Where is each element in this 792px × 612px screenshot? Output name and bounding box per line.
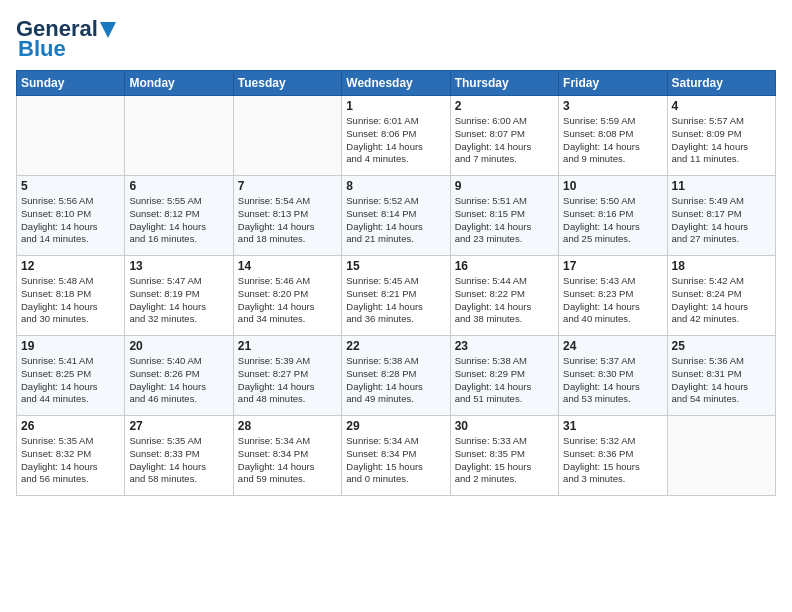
- day-info: Sunrise: 5:34 AM Sunset: 8:34 PM Dayligh…: [346, 435, 445, 486]
- day-info: Sunrise: 5:44 AM Sunset: 8:22 PM Dayligh…: [455, 275, 554, 326]
- calendar-cell: [17, 96, 125, 176]
- day-info: Sunrise: 5:45 AM Sunset: 8:21 PM Dayligh…: [346, 275, 445, 326]
- day-number: 29: [346, 419, 445, 433]
- day-info: Sunrise: 5:36 AM Sunset: 8:31 PM Dayligh…: [672, 355, 771, 406]
- calendar-cell: 15Sunrise: 5:45 AM Sunset: 8:21 PM Dayli…: [342, 256, 450, 336]
- calendar-cell: 23Sunrise: 5:38 AM Sunset: 8:29 PM Dayli…: [450, 336, 558, 416]
- calendar-cell: 12Sunrise: 5:48 AM Sunset: 8:18 PM Dayli…: [17, 256, 125, 336]
- calendar-table: SundayMondayTuesdayWednesdayThursdayFrid…: [16, 70, 776, 496]
- weekday-header-row: SundayMondayTuesdayWednesdayThursdayFrid…: [17, 71, 776, 96]
- day-info: Sunrise: 5:49 AM Sunset: 8:17 PM Dayligh…: [672, 195, 771, 246]
- day-number: 4: [672, 99, 771, 113]
- calendar-cell: 31Sunrise: 5:32 AM Sunset: 8:36 PM Dayli…: [559, 416, 667, 496]
- calendar-cell: 19Sunrise: 5:41 AM Sunset: 8:25 PM Dayli…: [17, 336, 125, 416]
- calendar-cell: 20Sunrise: 5:40 AM Sunset: 8:26 PM Dayli…: [125, 336, 233, 416]
- calendar-cell: 14Sunrise: 5:46 AM Sunset: 8:20 PM Dayli…: [233, 256, 341, 336]
- day-info: Sunrise: 5:54 AM Sunset: 8:13 PM Dayligh…: [238, 195, 337, 246]
- calendar-cell: 29Sunrise: 5:34 AM Sunset: 8:34 PM Dayli…: [342, 416, 450, 496]
- day-number: 6: [129, 179, 228, 193]
- calendar-cell: 17Sunrise: 5:43 AM Sunset: 8:23 PM Dayli…: [559, 256, 667, 336]
- day-info: Sunrise: 5:39 AM Sunset: 8:27 PM Dayligh…: [238, 355, 337, 406]
- day-number: 13: [129, 259, 228, 273]
- calendar-cell: 21Sunrise: 5:39 AM Sunset: 8:27 PM Dayli…: [233, 336, 341, 416]
- page-header: General Blue: [16, 16, 776, 62]
- calendar-cell: 27Sunrise: 5:35 AM Sunset: 8:33 PM Dayli…: [125, 416, 233, 496]
- day-number: 30: [455, 419, 554, 433]
- calendar-cell: 7Sunrise: 5:54 AM Sunset: 8:13 PM Daylig…: [233, 176, 341, 256]
- day-info: Sunrise: 6:00 AM Sunset: 8:07 PM Dayligh…: [455, 115, 554, 166]
- day-number: 23: [455, 339, 554, 353]
- calendar-cell: 11Sunrise: 5:49 AM Sunset: 8:17 PM Dayli…: [667, 176, 775, 256]
- day-number: 22: [346, 339, 445, 353]
- calendar-cell: 9Sunrise: 5:51 AM Sunset: 8:15 PM Daylig…: [450, 176, 558, 256]
- day-number: 3: [563, 99, 662, 113]
- logo: General Blue: [16, 16, 118, 62]
- day-number: 9: [455, 179, 554, 193]
- calendar-cell: 5Sunrise: 5:56 AM Sunset: 8:10 PM Daylig…: [17, 176, 125, 256]
- day-info: Sunrise: 5:37 AM Sunset: 8:30 PM Dayligh…: [563, 355, 662, 406]
- calendar-cell: 18Sunrise: 5:42 AM Sunset: 8:24 PM Dayli…: [667, 256, 775, 336]
- calendar-cell: 24Sunrise: 5:37 AM Sunset: 8:30 PM Dayli…: [559, 336, 667, 416]
- weekday-header-monday: Monday: [125, 71, 233, 96]
- logo-blue: Blue: [18, 36, 66, 62]
- calendar-cell: 1Sunrise: 6:01 AM Sunset: 8:06 PM Daylig…: [342, 96, 450, 176]
- calendar-cell: 13Sunrise: 5:47 AM Sunset: 8:19 PM Dayli…: [125, 256, 233, 336]
- day-info: Sunrise: 5:32 AM Sunset: 8:36 PM Dayligh…: [563, 435, 662, 486]
- day-info: Sunrise: 5:38 AM Sunset: 8:29 PM Dayligh…: [455, 355, 554, 406]
- day-number: 7: [238, 179, 337, 193]
- svg-marker-0: [100, 22, 116, 38]
- day-info: Sunrise: 5:42 AM Sunset: 8:24 PM Dayligh…: [672, 275, 771, 326]
- calendar-cell: 4Sunrise: 5:57 AM Sunset: 8:09 PM Daylig…: [667, 96, 775, 176]
- weekday-header-thursday: Thursday: [450, 71, 558, 96]
- day-number: 15: [346, 259, 445, 273]
- day-info: Sunrise: 5:57 AM Sunset: 8:09 PM Dayligh…: [672, 115, 771, 166]
- day-number: 14: [238, 259, 337, 273]
- calendar-cell: 28Sunrise: 5:34 AM Sunset: 8:34 PM Dayli…: [233, 416, 341, 496]
- day-number: 1: [346, 99, 445, 113]
- calendar-cell: [125, 96, 233, 176]
- day-number: 20: [129, 339, 228, 353]
- calendar-cell: 10Sunrise: 5:50 AM Sunset: 8:16 PM Dayli…: [559, 176, 667, 256]
- weekday-header-tuesday: Tuesday: [233, 71, 341, 96]
- calendar-cell: 30Sunrise: 5:33 AM Sunset: 8:35 PM Dayli…: [450, 416, 558, 496]
- day-info: Sunrise: 5:40 AM Sunset: 8:26 PM Dayligh…: [129, 355, 228, 406]
- day-number: 18: [672, 259, 771, 273]
- day-info: Sunrise: 5:51 AM Sunset: 8:15 PM Dayligh…: [455, 195, 554, 246]
- calendar-week-row: 26Sunrise: 5:35 AM Sunset: 8:32 PM Dayli…: [17, 416, 776, 496]
- day-info: Sunrise: 5:48 AM Sunset: 8:18 PM Dayligh…: [21, 275, 120, 326]
- calendar-cell: [233, 96, 341, 176]
- weekday-header-sunday: Sunday: [17, 71, 125, 96]
- calendar-cell: [667, 416, 775, 496]
- day-info: Sunrise: 5:35 AM Sunset: 8:33 PM Dayligh…: [129, 435, 228, 486]
- weekday-header-saturday: Saturday: [667, 71, 775, 96]
- day-info: Sunrise: 5:55 AM Sunset: 8:12 PM Dayligh…: [129, 195, 228, 246]
- calendar-cell: 26Sunrise: 5:35 AM Sunset: 8:32 PM Dayli…: [17, 416, 125, 496]
- calendar-cell: 16Sunrise: 5:44 AM Sunset: 8:22 PM Dayli…: [450, 256, 558, 336]
- weekday-header-friday: Friday: [559, 71, 667, 96]
- day-number: 10: [563, 179, 662, 193]
- calendar-cell: 3Sunrise: 5:59 AM Sunset: 8:08 PM Daylig…: [559, 96, 667, 176]
- day-number: 27: [129, 419, 228, 433]
- day-number: 11: [672, 179, 771, 193]
- day-info: Sunrise: 6:01 AM Sunset: 8:06 PM Dayligh…: [346, 115, 445, 166]
- weekday-header-wednesday: Wednesday: [342, 71, 450, 96]
- calendar-week-row: 1Sunrise: 6:01 AM Sunset: 8:06 PM Daylig…: [17, 96, 776, 176]
- day-info: Sunrise: 5:46 AM Sunset: 8:20 PM Dayligh…: [238, 275, 337, 326]
- day-number: 5: [21, 179, 120, 193]
- day-info: Sunrise: 5:33 AM Sunset: 8:35 PM Dayligh…: [455, 435, 554, 486]
- day-info: Sunrise: 5:50 AM Sunset: 8:16 PM Dayligh…: [563, 195, 662, 246]
- day-number: 25: [672, 339, 771, 353]
- day-info: Sunrise: 5:47 AM Sunset: 8:19 PM Dayligh…: [129, 275, 228, 326]
- calendar-cell: 2Sunrise: 6:00 AM Sunset: 8:07 PM Daylig…: [450, 96, 558, 176]
- day-number: 2: [455, 99, 554, 113]
- day-info: Sunrise: 5:41 AM Sunset: 8:25 PM Dayligh…: [21, 355, 120, 406]
- logo-triangle-icon: [98, 18, 118, 40]
- day-info: Sunrise: 5:56 AM Sunset: 8:10 PM Dayligh…: [21, 195, 120, 246]
- day-info: Sunrise: 5:59 AM Sunset: 8:08 PM Dayligh…: [563, 115, 662, 166]
- day-number: 24: [563, 339, 662, 353]
- day-number: 8: [346, 179, 445, 193]
- day-info: Sunrise: 5:34 AM Sunset: 8:34 PM Dayligh…: [238, 435, 337, 486]
- calendar-cell: 6Sunrise: 5:55 AM Sunset: 8:12 PM Daylig…: [125, 176, 233, 256]
- day-info: Sunrise: 5:43 AM Sunset: 8:23 PM Dayligh…: [563, 275, 662, 326]
- day-number: 21: [238, 339, 337, 353]
